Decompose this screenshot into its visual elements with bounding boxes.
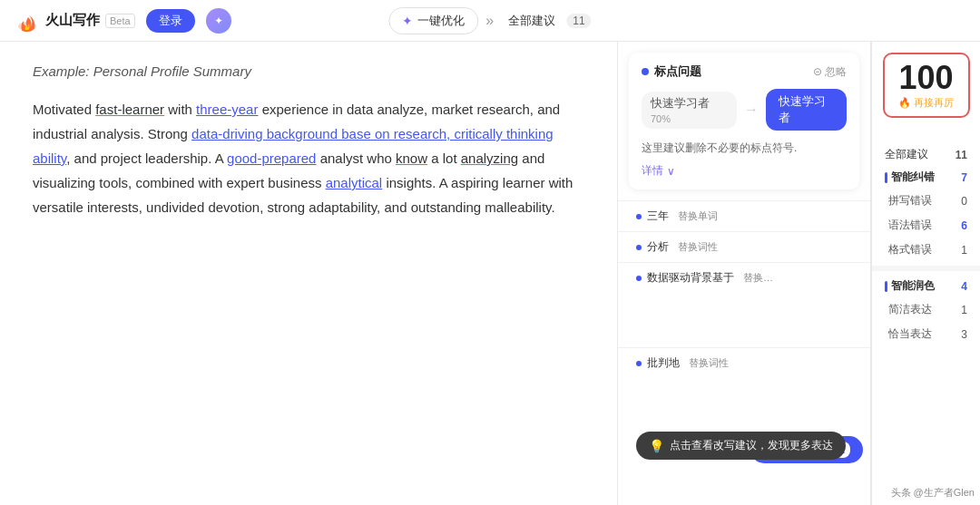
score-card: 100 🔥 再接再厉 [883,53,970,118]
mini-dot-1 [636,245,642,250]
chevron-down-icon: ∨ [667,165,675,178]
format-label: 格式错误 [888,242,932,257]
bulb-icon: 💡 [649,439,664,453]
highlighted-word-analytical[interactable]: analytical [326,175,383,190]
logo-icon [15,8,40,34]
mini-label-2: 数据驱动背景基于 [647,270,734,286]
right-item-concise[interactable]: 简洁表达 1 [872,297,980,322]
score-sub-label: 再接再厉 [914,96,954,110]
ignore-icon: ⊝ [813,65,822,78]
app-name: 火山写作 [45,12,100,29]
beta-badge: Beta [105,14,135,28]
card-detail-button[interactable]: 详情 ∨ [642,163,847,179]
score-number: 100 [898,62,953,94]
doc-body: Motivated fast-learner with three-year e… [33,97,584,219]
middle-panel: 标点问题 ⊝ 忽略 快速学习者 70% → 快速学习者 这里建议删除不必要的标点… [617,42,871,505]
section-count-1: 7 [961,171,967,184]
spell-count: 0 [961,195,967,208]
word-suggested[interactable]: 快速学习者 [766,89,847,131]
logo-area: 火山写作 Beta [15,8,135,34]
all-suggestions-count: 11 [956,149,967,161]
all-suggestions-label: 全部建议 [885,147,928,162]
top-nav: 火山写作 Beta 登录 ✦ ✦ 一键优化 » 全部建议 11 [0,0,980,42]
score-wrapper: 100 🔥 再接再厉 [872,53,980,118]
mini-label-1: 分析 [647,239,669,255]
score-sub: 🔥 再接再厉 [898,96,954,110]
avatar: ✦ [206,8,231,34]
optimize-label: 一键优化 [417,13,465,29]
editor-area[interactable]: Example: Personal Profile Summary Motiva… [0,42,617,505]
section-divider [872,266,980,271]
section-bar-2 [885,281,887,292]
main-layout: Example: Personal Profile Summary Motiva… [0,42,980,505]
grammar-count: 6 [961,219,967,232]
right-item-format[interactable]: 格式错误 1 [872,238,980,262]
suggestions-label: 全部建议 [508,13,555,29]
all-suggestions-header: 全部建议 11 [872,143,980,166]
appropriate-count: 3 [961,328,967,341]
optimize-button[interactable]: ✦ 一键优化 [388,7,478,34]
highlighted-word-know[interactable]: know [396,151,427,166]
mini-tag-1: 替换词性 [678,240,718,254]
mini-suggestion-0[interactable]: 三年 替换单词 [618,200,870,231]
word-original-text: 快速学习者 [651,96,710,110]
appropriate-label: 恰当表达 [888,326,932,342]
right-item-spell[interactable]: 拼写错误 0 [872,189,980,213]
highlighted-word-analyzing[interactable]: analyzing [461,151,518,166]
card-title: 标点问题 [654,63,701,80]
login-button[interactable]: 登录 [146,9,195,33]
card-header: 标点问题 ⊝ 忽略 [642,63,847,80]
concise-count: 1 [961,304,967,316]
mini-label-0: 三年 [647,209,669,224]
grammar-label: 语法错误 [888,218,932,233]
detail-label: 详情 [642,163,663,179]
highlighted-word-three-year[interactable]: three-year [196,102,258,117]
right-item-appropriate[interactable]: 恰当表达 3 [872,322,980,346]
fire-icon: 🔥 [898,97,911,109]
card-description: 这里建议删除不必要的标点符号. [642,140,847,156]
star-icon: ✦ [402,14,413,28]
expand-button[interactable]: » [485,13,494,29]
mini-label-3: 批判地 [647,355,680,371]
mini-suggestion-1[interactable]: 分析 替换词性 [618,231,870,262]
ignore-label: 忽略 [825,64,847,80]
mini-tag-0: 替换单词 [678,209,718,223]
section-label-1: 智能纠错 [891,170,935,185]
mini-suggestion-3[interactable]: 批判地 替换词性 [618,347,870,378]
concise-label: 简洁表达 [888,302,932,317]
mini-dot-2 [636,276,642,281]
section-title-2: 智能润色 4 [872,275,980,297]
section-bar-1 [885,172,887,183]
spell-label: 拼写错误 [888,193,932,209]
mini-suggestion-2[interactable]: 数据驱动背景基于 替换… [618,262,870,293]
right-panel: 100 🔥 再接再厉 全部建议 11 智能纠错 7 拼写错误 0 语法错误 6 [871,42,980,505]
doc-title: Example: Personal Profile Summary [33,63,584,79]
watermark: 头条 @生产者Glen [891,486,975,500]
word-original: 快速学习者 70% [642,92,737,129]
section-count-2: 4 [961,280,967,293]
nav-center: ✦ 一键优化 » 全部建议 11 [388,7,591,34]
word-comparison: 快速学习者 70% → 快速学习者 [642,89,847,131]
highlighted-word-fast-learner[interactable]: fast-learner [95,102,164,117]
mini-tag-2: 替换… [743,271,773,285]
word-score: 70% [651,113,671,124]
tooltip-text: 点击查看改写建议，发现更多表达 [670,438,833,453]
mini-tag-3: 替换词性 [689,356,729,370]
card-title-row: 标点问题 [642,63,701,80]
suggestion-card: 标点问题 ⊝ 忽略 快速学习者 70% → 快速学习者 这里建议删除不必要的标点… [629,53,859,189]
right-item-grammar[interactable]: 语法错误 6 [872,213,980,238]
section-label-2: 智能润色 [891,278,935,294]
tooltip-bubble: 💡 点击查看改写建议，发现更多表达 [636,432,846,460]
dot-indicator [642,68,649,75]
format-count: 1 [961,244,967,257]
ignore-button[interactable]: ⊝ 忽略 [813,64,847,80]
suggestions-count: 11 [566,14,591,28]
arrow-icon: → [744,102,759,118]
section-title-1: 智能纠错 7 [872,166,980,189]
highlighted-word-good-prepared[interactable]: good-prepared [227,151,316,166]
mini-dot [636,214,642,219]
mini-dot-3 [636,361,642,366]
